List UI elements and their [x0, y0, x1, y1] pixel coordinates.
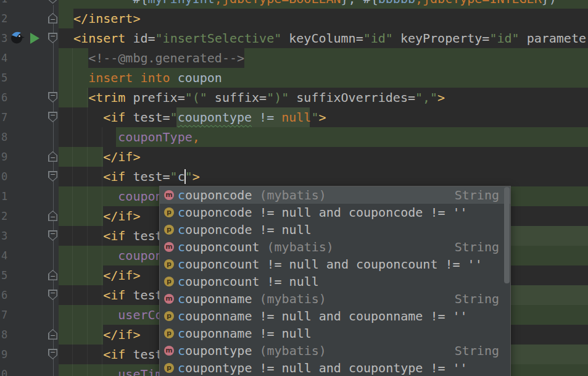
- fold-marker-icon[interactable]: −: [48, 0, 57, 4]
- code-token: null: [281, 110, 311, 125]
- fold-marker-icon[interactable]: −: [48, 211, 57, 221]
- text-caret: [184, 169, 186, 184]
- code-token: !=: [252, 110, 281, 125]
- property-icon: p: [164, 225, 174, 235]
- code-token: "id": [363, 31, 393, 46]
- completion-text: coupontype (mybatis): [178, 342, 326, 359]
- completion-type-label: String: [455, 238, 499, 256]
- line-number: 1: [1, 186, 57, 206]
- line-number: 7: [1, 305, 57, 325]
- code-line: <!--@mbg.generated-->: [88, 48, 244, 68]
- run-play-icon[interactable]: [30, 33, 39, 44]
- mybatis-bird-icon[interactable]: [9, 30, 25, 44]
- code-token: </if>: [103, 327, 140, 342]
- code-line: </if>: [103, 325, 140, 345]
- line-number: 8: [1, 127, 57, 147]
- code-token: >: [193, 169, 200, 184]
- code-line: <trim prefix="(" suffix=")" suffixOverri…: [88, 88, 445, 107]
- completion-popup: mcouponcode (mybatis)Stringpcouponcode !…: [159, 186, 511, 376]
- code-token: ")": [267, 90, 289, 105]
- fold-marker-icon[interactable]: −: [48, 92, 57, 102]
- completion-item[interactable]: pcouponcount != null and couponcount != …: [160, 256, 510, 273]
- code-line: <if test="coupontype != null">: [103, 107, 326, 127]
- completion-text: couponcode (mybatis): [178, 186, 326, 204]
- code-token: keyProperty=: [393, 31, 490, 46]
- fold-marker-icon[interactable]: −: [48, 349, 57, 359]
- completion-item[interactable]: pcouponcount != null: [160, 273, 510, 290]
- code-line: <insert id="insertSelective" keyColumn="…: [73, 28, 588, 48]
- line-number: 4: [1, 246, 57, 265]
- code-line: couponType,: [118, 127, 199, 147]
- fold-marker-icon[interactable]: −: [48, 151, 57, 162]
- fold-marker-icon[interactable]: −: [48, 270, 57, 280]
- code-token: ": [170, 110, 178, 125]
- code-token: coupon: [170, 70, 222, 85]
- completion-item[interactable]: pcouponname != null: [160, 325, 510, 342]
- completion-type-label: String: [455, 290, 499, 307]
- code-token: myFinyInt: [147, 0, 214, 6]
- code-line: #{myFinyInt,jdbcType=BOOLEAN}, #{bbbbb,j…: [133, 0, 556, 9]
- code-token: <if: [103, 347, 125, 362]
- line-number: 5: [1, 68, 57, 88]
- code-token: "id": [489, 31, 519, 46]
- indent-guide: [87, 88, 88, 376]
- code-token: parameterT: [520, 31, 588, 46]
- completion-item[interactable]: pcouponcode != null and couponcode != '': [160, 204, 510, 221]
- code-token: >: [437, 90, 445, 105]
- code-token: <if: [103, 288, 125, 303]
- editor-area[interactable]: 1−2−3−456−7−89−0−12−3−45−6−78−9−0 #{myFi…: [0, 0, 588, 376]
- code-token: c: [178, 169, 185, 184]
- highlight-band: [59, 88, 88, 107]
- code-token: test=: [125, 169, 170, 184]
- fold-marker-icon[interactable]: −: [48, 230, 57, 241]
- fold-marker-icon[interactable]: −: [48, 33, 57, 43]
- code-token: </if>: [103, 268, 140, 283]
- fold-marker-icon[interactable]: −: [48, 13, 57, 23]
- fold-marker-icon[interactable]: −: [48, 329, 57, 340]
- property-icon: p: [164, 259, 174, 269]
- highlight-band: [59, 265, 103, 285]
- code-token: >: [318, 110, 326, 125]
- indent-guide: [102, 127, 102, 376]
- completion-text: couponcount != null: [178, 273, 319, 290]
- mybatis-param-icon: m: [164, 242, 174, 252]
- code-token: prefix=: [125, 90, 184, 105]
- code-token: </insert>: [73, 11, 140, 26]
- line-number: 4: [1, 48, 57, 68]
- property-icon: p: [164, 311, 174, 321]
- completion-item[interactable]: mcoupontype (mybatis)String: [160, 342, 510, 359]
- completion-item[interactable]: pcouponname != null and couponname != '': [160, 307, 510, 325]
- code-line: </if>: [103, 265, 140, 285]
- fold-marker-icon[interactable]: −: [48, 171, 57, 182]
- completion-item[interactable]: pcouponcode != null: [160, 221, 510, 238]
- completion-item[interactable]: mcouponname (mybatis)String: [160, 290, 510, 307]
- mybatis-param-icon: m: [164, 190, 174, 200]
- code-token: <insert: [73, 31, 125, 46]
- code-line: </if>: [103, 206, 140, 226]
- code-token: keyColumn=: [281, 31, 363, 46]
- fold-marker-icon[interactable]: −: [48, 290, 57, 300]
- completion-item[interactable]: pcoupontype != null and coupontype != '': [160, 359, 510, 376]
- code-token: coupontype: [178, 110, 252, 125]
- code-token: <!--@mbg.generated-->: [88, 51, 244, 65]
- mybatis-param-icon: m: [164, 294, 174, 304]
- code-token: ": [185, 169, 193, 184]
- code-line: </insert>: [73, 9, 140, 28]
- code-token: </if>: [103, 149, 140, 164]
- popup-scrollbar[interactable]: [504, 187, 510, 283]
- fold-marker-icon[interactable]: −: [48, 112, 57, 122]
- code-token: </if>: [103, 209, 140, 224]
- property-icon: p: [164, 363, 174, 373]
- completion-item[interactable]: mcouponcode (mybatis)String: [160, 186, 510, 204]
- completion-type-label: String: [455, 186, 499, 204]
- code-line: </if>: [103, 147, 140, 167]
- mybatis-param-icon: m: [164, 346, 174, 356]
- code-token: couponType: [118, 130, 192, 144]
- code-token: bbbbb: [378, 0, 415, 6]
- completion-item[interactable]: mcouponcount (mybatis)String: [160, 238, 510, 256]
- code-token: id=: [125, 31, 155, 46]
- highlight-band: [59, 325, 103, 345]
- completion-text: couponname != null: [178, 325, 312, 342]
- completion-text: couponcode != null and couponcode != '': [178, 204, 468, 221]
- completion-text: couponname != null and couponname != '': [178, 307, 468, 325]
